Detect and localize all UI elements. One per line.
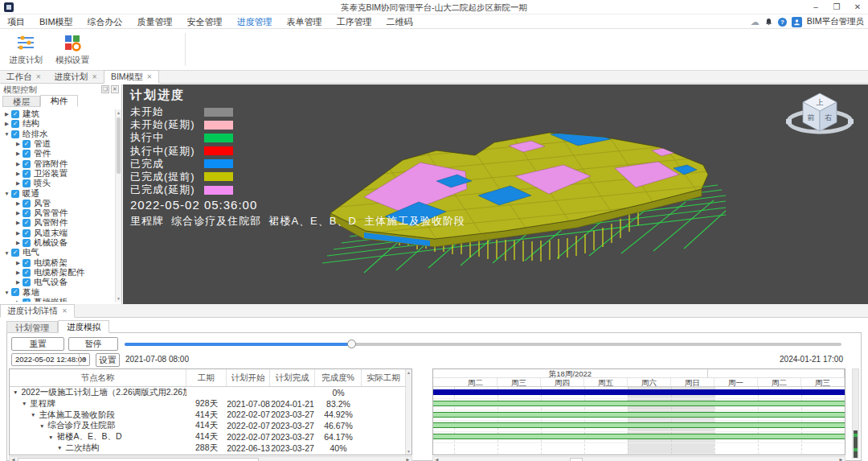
- pause-button[interactable]: 暂停: [68, 337, 118, 351]
- caret-right-icon[interactable]: ▶: [14, 230, 23, 237]
- caret-right-icon[interactable]: ▶: [14, 161, 23, 167]
- tree-item-风管附件[interactable]: ▶✓风管附件: [0, 218, 115, 228]
- tree-item-结构[interactable]: ▶✓结构: [0, 119, 115, 129]
- caret-right-icon[interactable]: ▶: [14, 270, 23, 276]
- checkbox-checked[interactable]: ✓: [23, 179, 31, 187]
- gantt-vscrollbar[interactable]: [852, 368, 859, 459]
- caret-down-icon[interactable]: ▼: [2, 191, 11, 196]
- timeline-slider[interactable]: [125, 343, 841, 346]
- tree-item-暖通[interactable]: ▼✓暖通: [0, 188, 115, 198]
- tree-item-风道末端[interactable]: ▶✓风道末端: [0, 228, 115, 238]
- tree-item-风管管件[interactable]: ▶✓风管管件: [0, 208, 115, 218]
- checkbox-checked[interactable]: ✓: [23, 259, 31, 267]
- doc-tab-进度计划[interactable]: 进度计划✕: [47, 70, 104, 83]
- gantt-chart[interactable]: 第18周/2022 周二周三周四周五周六周日周一周二周三: [432, 368, 845, 455]
- tree-item-电气设备[interactable]: ▶✓电气设备: [0, 278, 115, 287]
- caret-right-icon[interactable]: ▶: [14, 279, 23, 286]
- avatar[interactable]: [792, 17, 802, 27]
- caret-down-icon[interactable]: ▼: [2, 131, 11, 137]
- gantt-bar-task[interactable]: [433, 412, 845, 418]
- model-tab-构件[interactable]: 构件: [40, 95, 78, 107]
- panel-close-icon[interactable]: ✕: [111, 85, 119, 93]
- menu-item-表单管理[interactable]: 表单管理: [280, 14, 330, 29]
- reset-button[interactable]: 重置: [11, 337, 64, 351]
- tree-item-电缆桥架配件[interactable]: ▶✓电缆桥架配件: [0, 268, 115, 278]
- caret-right-icon[interactable]: ▶: [14, 141, 23, 147]
- checkbox-checked[interactable]: ✓: [23, 160, 31, 168]
- menu-item-综合办公[interactable]: 综合办公: [80, 14, 130, 29]
- menu-item-工序管理[interactable]: 工序管理: [330, 14, 379, 29]
- gantt-bar-task[interactable]: [433, 401, 845, 406]
- cloud-icon[interactable]: ☁: [751, 14, 760, 29]
- tree-item-管路附件[interactable]: ▶✓管路附件: [0, 158, 115, 168]
- column-header-节点名称[interactable]: 节点名称: [10, 369, 186, 386]
- bell-icon[interactable]: [764, 17, 773, 27]
- caret-right-icon[interactable]: ▶: [14, 171, 23, 177]
- menu-item-质量管理[interactable]: 质量管理: [130, 14, 180, 29]
- close-icon[interactable]: ✕: [62, 305, 68, 317]
- column-header-计划完成[interactable]: 计划完成: [270, 369, 315, 386]
- current-time-combo[interactable]: 2022-05-02 12:48:00 ▾: [11, 353, 90, 366]
- menu-item-安全管理[interactable]: 安全管理: [180, 14, 230, 29]
- maximize-button[interactable]: ❐: [826, 0, 847, 14]
- column-header-完成度%[interactable]: 完成度%: [315, 369, 362, 386]
- caret-down-icon[interactable]: ▼: [39, 423, 44, 429]
- caret-down-icon[interactable]: ▼: [57, 445, 62, 451]
- tree-item-管件[interactable]: ▶✓管件: [0, 149, 115, 158]
- user-name[interactable]: BIM平台管理员: [807, 16, 864, 27]
- table-row[interactable]: ▼里程牌928天2021-07-082024-01-2183.2%: [10, 398, 411, 410]
- tree-item-给排水[interactable]: ▼✓给排水: [0, 130, 115, 139]
- caret-right-icon[interactable]: ▶: [2, 121, 11, 127]
- column-header-实际工期[interactable]: 实际工期: [362, 369, 405, 386]
- checkbox-checked[interactable]: ✓: [11, 110, 19, 118]
- tree-item-电气[interactable]: ▼✓电气: [0, 248, 115, 257]
- caret-down-icon[interactable]: ▼: [31, 412, 35, 418]
- tool-simulation-settings[interactable]: 模拟设置: [50, 33, 95, 66]
- tree-item-幕墙嵌板[interactable]: ▶✓幕墙嵌板: [0, 298, 115, 302]
- checkbox-checked[interactable]: ✓: [23, 150, 31, 158]
- model-tab-楼层[interactable]: 楼层: [2, 96, 40, 107]
- close-button[interactable]: ✕: [847, 0, 868, 14]
- gantt-bar-summary[interactable]: [433, 389, 845, 395]
- doc-tab-工作台[interactable]: 工作台✕: [0, 70, 47, 83]
- doc-tab-BIM模型[interactable]: BIM模型✕: [104, 70, 159, 84]
- close-icon[interactable]: ✕: [92, 71, 97, 83]
- caret-right-icon[interactable]: ▶: [2, 111, 11, 117]
- checkbox-checked[interactable]: ✓: [23, 229, 31, 237]
- table-row[interactable]: ▼主体施工及验收阶段414天2022-02-072023-03-2744.92%: [10, 410, 411, 421]
- checkbox-checked[interactable]: ✓: [23, 219, 31, 227]
- tree-item-建筑[interactable]: ▶✓建筑: [0, 109, 115, 119]
- caret-right-icon[interactable]: ▶: [14, 299, 23, 302]
- column-header-工期[interactable]: 工期: [186, 369, 227, 386]
- checkbox-checked[interactable]: ✓: [23, 209, 31, 217]
- tree-item-电缆桥架[interactable]: ▶✓电缆桥架: [0, 257, 115, 267]
- close-icon[interactable]: ✕: [36, 71, 42, 83]
- tree-item-卫浴装置[interactable]: ▶✓卫浴装置: [0, 169, 115, 179]
- 3d-viewport[interactable]: 计划进度 未开始未开始(延期)执行中执行中(延期)已完成已完成(提前)已完成(延…: [123, 84, 868, 304]
- caret-right-icon[interactable]: ▶: [14, 240, 23, 246]
- checkbox-checked[interactable]: ✓: [11, 288, 19, 296]
- caret-right-icon[interactable]: ▶: [14, 260, 23, 266]
- caret-right-icon[interactable]: ▶: [14, 220, 23, 226]
- close-icon[interactable]: ✕: [147, 71, 153, 83]
- checkbox-checked[interactable]: ✓: [11, 130, 19, 138]
- caret-right-icon[interactable]: ▶: [14, 210, 23, 216]
- caret-down-icon[interactable]: ▼: [2, 250, 11, 256]
- gantt-bar-task[interactable]: [433, 434, 845, 439]
- caret-down-icon[interactable]: ▼: [48, 434, 53, 440]
- tab-schedule-detail[interactable]: 进度计划详情✕: [0, 304, 75, 318]
- sub-tab-进度模拟[interactable]: 进度模拟: [58, 320, 109, 333]
- tree-item-幕墙[interactable]: ▼✓幕墙: [0, 287, 115, 297]
- menu-item-进度管理[interactable]: 进度管理: [230, 14, 280, 29]
- table-hscrollbar[interactable]: ◀ ▶: [9, 456, 412, 461]
- caret-right-icon[interactable]: ▶: [14, 150, 23, 157]
- checkbox-checked[interactable]: ✓: [23, 298, 31, 302]
- checkbox-checked[interactable]: ✓: [23, 278, 31, 286]
- tree-item-管道[interactable]: ▶✓管道: [0, 139, 115, 149]
- caret-right-icon[interactable]: ▶: [14, 180, 23, 187]
- checkbox-checked[interactable]: ✓: [23, 170, 31, 178]
- checkbox-checked[interactable]: ✓: [23, 200, 31, 208]
- tree-item-风管[interactable]: ▶✓风管: [0, 199, 115, 208]
- help-icon[interactable]: ?: [778, 18, 787, 27]
- table-row[interactable]: ▼二次结构288天2022-06-132023-03-2740%: [10, 442, 411, 454]
